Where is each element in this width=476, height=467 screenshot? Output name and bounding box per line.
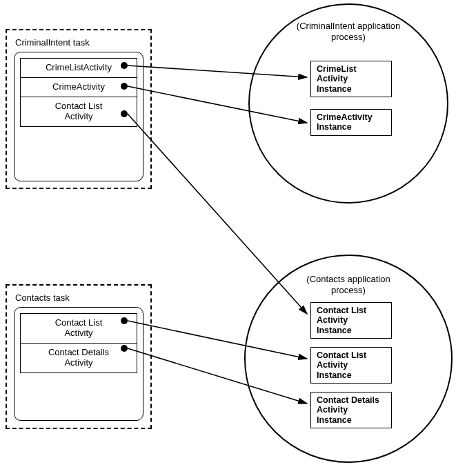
- task-title-2: Contacts task: [15, 292, 143, 303]
- arrow-task2-contactlist: [128, 321, 307, 359]
- process-label-1: (CriminalIntent application process): [279, 21, 417, 43]
- stack-item-2-1: Contact Details Activity: [20, 344, 137, 373]
- stack-item-1-0: CrimeListActivity: [20, 58, 137, 78]
- stack-item-2-0: Contact List Activity: [20, 313, 137, 344]
- instance-box-p2-2: Contact Details Activity Instance: [310, 392, 392, 428]
- instance-box-p1-1: CrimeActivity Instance: [310, 109, 392, 136]
- task-box-contacts: Contacts task Contact List Activity Cont…: [6, 284, 152, 429]
- stack-box-2: Contact List Activity Contact Details Ac…: [14, 307, 143, 421]
- instance-box-p2-0: Contact List Activity Instance: [310, 302, 392, 339]
- task-title-1: CriminalIntent task: [15, 37, 143, 48]
- diagram-stage: CriminalIntent task CrimeListActivity Cr…: [0, 0, 476, 467]
- arrow-crimelistactivity: [128, 66, 307, 77]
- instance-box-p2-1: Contact List Activity Instance: [310, 347, 392, 384]
- stack-item-1-2: Contact List Activity: [20, 97, 137, 127]
- stack-box-1: CrimeListActivity CrimeActivity Contact …: [14, 52, 143, 181]
- process-label-2: (Contacts application process): [279, 274, 417, 297]
- task-box-criminalintent: CriminalIntent task CrimeListActivity Cr…: [6, 29, 152, 189]
- instance-box-p1-0: CrimeList Activity Instance: [310, 61, 392, 97]
- arrow-task2-contactdetails: [128, 348, 307, 404]
- arrow-crimeactivity: [128, 86, 307, 123]
- stack-item-1-1: CrimeActivity: [20, 78, 137, 97]
